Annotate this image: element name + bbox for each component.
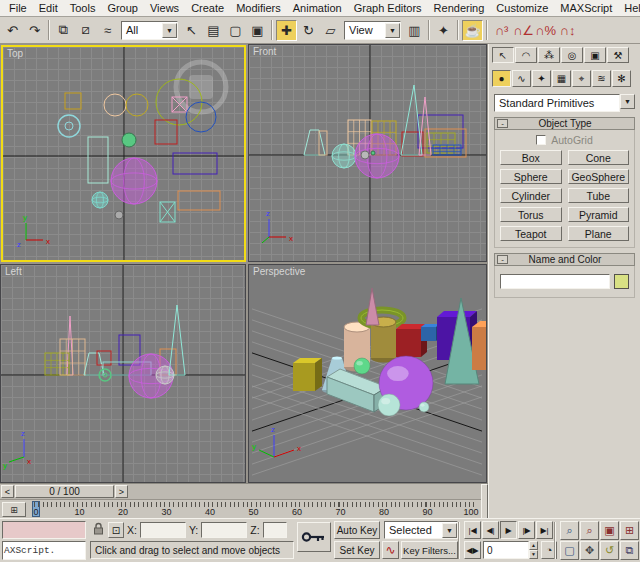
menu-tools[interactable]: Tools <box>64 1 102 15</box>
selection-filter-dropdown[interactable]: All▼ <box>121 21 178 40</box>
primitive-button-sphere[interactable]: Sphere <box>500 169 562 184</box>
unlink-selection-icon[interactable]: ⧄ <box>75 20 96 41</box>
select-by-name-icon[interactable]: ▤ <box>203 20 224 41</box>
undo-icon[interactable]: ↶ <box>2 20 23 41</box>
next-frame-arrow[interactable]: > <box>115 485 128 498</box>
zoom-icon[interactable]: ⌕ <box>560 521 579 540</box>
percent-snap-toggle-icon[interactable]: ∩% <box>535 20 556 41</box>
primitive-button-geosphere[interactable]: GeoSphere <box>568 169 630 184</box>
chevron-down-icon[interactable]: ▼ <box>385 23 400 38</box>
angle-snap-toggle-icon[interactable]: ∩∠ <box>513 20 534 41</box>
zoom-extents-icon[interactable]: ▣ <box>600 521 619 540</box>
key-mode-toggle[interactable]: ◀▶ <box>464 541 481 559</box>
menu-file[interactable]: File <box>3 1 33 15</box>
menu-modifiers[interactable]: Modifiers <box>230 1 287 15</box>
window-crossing-toggle-icon[interactable]: ▣ <box>247 20 268 41</box>
autogrid-checkbox[interactable] <box>536 135 546 145</box>
set-key-button[interactable]: Set Key <box>334 541 380 559</box>
tab-motion-icon[interactable]: ◎ <box>561 47 583 63</box>
menu-animation[interactable]: Animation <box>287 1 348 15</box>
category-helpers-icon[interactable]: ⌖ <box>572 70 591 87</box>
key-set-dropdown[interactable]: Selected ▼ <box>384 521 458 539</box>
viewport-front[interactable]: Frontzx <box>248 44 487 262</box>
object-color-swatch[interactable] <box>614 274 629 289</box>
pan-icon[interactable]: ✥ <box>580 541 599 560</box>
collapse-icon[interactable]: - <box>497 119 508 128</box>
viewport-perspective[interactable]: Perspectivezxy <box>248 264 487 483</box>
time-slider[interactable]: 0 / 100 <box>15 485 114 498</box>
menu-rendering[interactable]: Rendering <box>428 1 491 15</box>
next-frame-button[interactable]: |▶ <box>518 521 535 539</box>
key-filters-button[interactable]: Key Filters... <box>401 541 458 559</box>
menu-graph-editors[interactable]: Graph Editors <box>348 1 428 15</box>
spinner-snap-toggle-icon[interactable]: ∩↕ <box>557 20 578 41</box>
bind-to-space-warp-icon[interactable]: ≈ <box>97 20 118 41</box>
quick-render-teapot-icon[interactable]: ☕ <box>462 20 483 41</box>
frame-spinner[interactable]: ▲▼ <box>529 541 538 559</box>
time-slider-track[interactable]: < 0 / 100 > <box>0 484 481 500</box>
tab-hierarchy-icon[interactable]: ⁂ <box>538 47 560 63</box>
default-in-out-tangents-icon[interactable]: ∿ <box>382 541 399 559</box>
primitive-button-cone[interactable]: Cone <box>568 150 630 165</box>
primitive-button-teapot[interactable]: Teapot <box>500 226 562 241</box>
selection-lock-icon[interactable] <box>92 522 105 538</box>
track-bar[interactable]: ⊞ 0102030405060708090100 <box>0 501 481 519</box>
select-and-manipulate-icon[interactable]: ✦ <box>433 20 454 41</box>
y-coord-field[interactable] <box>201 522 247 538</box>
menu-group[interactable]: Group <box>101 1 144 15</box>
go-to-start-button[interactable]: |◀ <box>464 521 481 539</box>
arc-rotate-icon[interactable]: ↺ <box>600 541 619 560</box>
name-color-rollout-header[interactable]: - Name and Color <box>494 253 635 266</box>
rectangular-selection-region-icon[interactable]: ▢ <box>225 20 246 41</box>
object-name-field[interactable] <box>500 274 610 289</box>
menu-edit[interactable]: Edit <box>33 1 64 15</box>
menu-create[interactable]: Create <box>185 1 230 15</box>
set-keys-button[interactable] <box>297 522 331 552</box>
chevron-down-icon[interactable]: ▼ <box>442 523 457 538</box>
category-space-warps-icon[interactable]: ≋ <box>592 70 611 87</box>
select-and-move-icon[interactable]: ✚ <box>276 20 297 41</box>
select-and-scale-icon[interactable]: ▱ <box>320 20 341 41</box>
chevron-down-icon[interactable]: ▼ <box>162 23 177 38</box>
play-button[interactable]: ▶ <box>500 521 517 539</box>
tab-utilities-icon[interactable]: ⚒ <box>607 47 629 63</box>
select-object-icon[interactable]: ↖ <box>181 20 202 41</box>
primitive-button-plane[interactable]: Plane <box>568 226 630 241</box>
absolute-mode-toggle[interactable]: ⊡ <box>108 522 124 538</box>
viewport-top[interactable]: Topyxz <box>1 45 246 262</box>
mini-curve-editor-button[interactable]: ⊞ <box>2 502 26 517</box>
primitive-button-torus[interactable]: Torus <box>500 207 562 222</box>
category-geometry-icon[interactable]: ● <box>492 70 511 87</box>
viewport-left[interactable]: Leftzyx <box>0 264 246 483</box>
maxscript-mini-listener-output[interactable]: AXScript. <box>2 541 86 560</box>
chevron-down-icon[interactable]: ▼ <box>620 94 635 109</box>
primitive-button-tube[interactable]: Tube <box>568 188 630 203</box>
x-coord-field[interactable] <box>140 522 186 538</box>
previous-frame-arrow[interactable]: < <box>1 485 14 498</box>
zoom-all-icon[interactable]: ⌕ <box>580 521 599 540</box>
redo-icon[interactable]: ↷ <box>24 20 45 41</box>
reference-coordinate-system-dropdown[interactable]: View▼ <box>344 21 401 40</box>
category-systems-icon[interactable]: ✻ <box>612 70 631 87</box>
primitive-button-cylinder[interactable]: Cylinder <box>500 188 562 203</box>
track-bar-scroll-handle[interactable] <box>481 484 488 519</box>
category-shapes-icon[interactable]: ∿ <box>512 70 531 87</box>
collapse-icon[interactable]: - <box>497 255 508 264</box>
z-coord-field[interactable] <box>263 522 287 538</box>
use-pivot-point-center-icon[interactable]: ▥ <box>404 20 425 41</box>
auto-key-button[interactable]: Auto Key <box>334 521 380 539</box>
current-frame-field[interactable]: 0 <box>483 541 529 559</box>
region-zoom-icon[interactable]: ▢ <box>560 541 579 560</box>
object-type-rollout-header[interactable]: - Object Type <box>494 117 635 130</box>
tab-display-icon[interactable]: ▣ <box>584 47 606 63</box>
menu-customize[interactable]: Customize <box>490 1 554 15</box>
maxscript-mini-listener-macro[interactable] <box>2 521 86 539</box>
zoom-extents-all-icon[interactable]: ⊞ <box>620 521 639 540</box>
category-cameras-icon[interactable]: ▦ <box>552 70 571 87</box>
go-to-end-button[interactable]: ▶| <box>536 521 553 539</box>
select-and-rotate-icon[interactable]: ↻ <box>298 20 319 41</box>
menu-maxscript[interactable]: MAXScript <box>554 1 618 15</box>
menu-help[interactable]: Help <box>618 1 640 15</box>
tab-modify-icon[interactable]: ◠ <box>515 47 537 63</box>
menu-views[interactable]: Views <box>144 1 185 15</box>
